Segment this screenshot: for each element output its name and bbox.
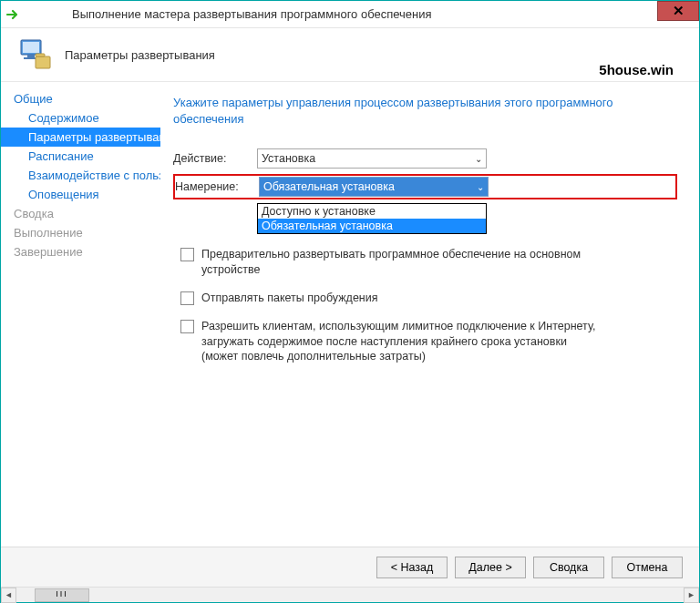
sidebar-item-deploy-params[interactable]: Параметры развертывания [1,128,160,147]
checkbox-icon[interactable] [180,291,194,305]
checkbox-icon[interactable] [180,248,194,261]
select-action[interactable]: Установка ⌄ [257,148,487,169]
row-intent: Намерение: Обязательная установка ⌄ [173,174,677,199]
sidebar: Общие Содержимое Параметры развертывания… [1,82,160,547]
sidebar-item-summary: Сводка [1,204,160,223]
chevron-down-icon: ⌄ [477,182,484,192]
header-subtitle: Параметры развертывания [65,48,215,62]
watermark: 5house.win [599,62,674,77]
next-button[interactable]: Далее > [455,557,526,578]
dropdown-intent-list: Доступно к установке Обязательная устано… [257,203,487,234]
label-intent: Намерение: [175,180,259,193]
footer: < Назад Далее > Сводка Отмена [1,547,699,587]
instruction-text: Укажите параметры управления процессом р… [173,95,677,127]
sidebar-item-schedule[interactable]: Расписание [1,147,160,166]
check-wakeup-label: Отправлять пакеты пробуждения [201,291,378,306]
scroll-right-icon[interactable]: ► [684,588,699,603]
dropdown-option-required[interactable]: Обязательная установка [258,219,486,233]
back-button[interactable]: < Назад [376,557,448,578]
svg-rect-2 [27,55,35,57]
titlebar: Выполнение мастера развертывания програм… [1,1,699,28]
window-title: Выполнение мастера развертывания програм… [26,7,657,21]
check-metered-label: Разрешить клиентам, использующим лимитно… [201,319,602,365]
svg-rect-4 [36,56,50,68]
select-intent[interactable]: Обязательная установка ⌄ [259,177,489,197]
check-metered[interactable]: Разрешить клиентам, использующим лимитно… [180,319,677,365]
row-action: Действие: Установка ⌄ [173,147,677,170]
sidebar-item-alerts[interactable]: Оповещения [1,185,160,204]
header: Параметры развертывания 5house.win [1,28,699,81]
summary-button[interactable]: Сводка [533,557,604,578]
wizard-window: Выполнение мастера развертывания програм… [0,0,700,603]
close-button[interactable]: ✕ [657,1,699,21]
select-action-value: Установка [262,152,315,165]
scroll-left-icon[interactable]: ◄ [1,588,16,603]
forward-arrow-icon [3,5,23,25]
select-intent-value: Обязательная установка [263,180,395,193]
body: Общие Содержимое Параметры развертывания… [1,81,699,547]
sidebar-item-completion: Завершение [1,242,160,261]
chevron-down-icon: ⌄ [475,154,482,164]
sidebar-item-general[interactable]: Общие [1,89,160,108]
check-predeploy[interactable]: Предварительно развертывать программное … [180,247,677,278]
label-action: Действие: [173,152,257,165]
check-wakeup[interactable]: Отправлять пакеты пробуждения [180,291,677,306]
sidebar-item-content[interactable]: Содержимое [1,108,160,128]
sidebar-item-progress: Выполнение [1,223,160,242]
svg-rect-5 [36,54,45,56]
cancel-button[interactable]: Отмена [612,557,683,578]
sidebar-item-user-experience[interactable]: Взаимодействие с пользователем [1,166,160,185]
svg-rect-1 [23,42,39,53]
close-icon: ✕ [673,3,685,19]
main-panel: Укажите параметры управления процессом р… [160,82,699,547]
horizontal-scrollbar[interactable]: ◄ III ► [1,587,699,602]
check-predeploy-label: Предварительно развертывать программное … [201,247,602,278]
deployment-icon [17,36,54,73]
checkbox-icon[interactable] [180,320,194,333]
dropdown-option-available[interactable]: Доступно к установке [258,204,486,219]
scrollbar-thumb[interactable]: III [35,588,89,602]
